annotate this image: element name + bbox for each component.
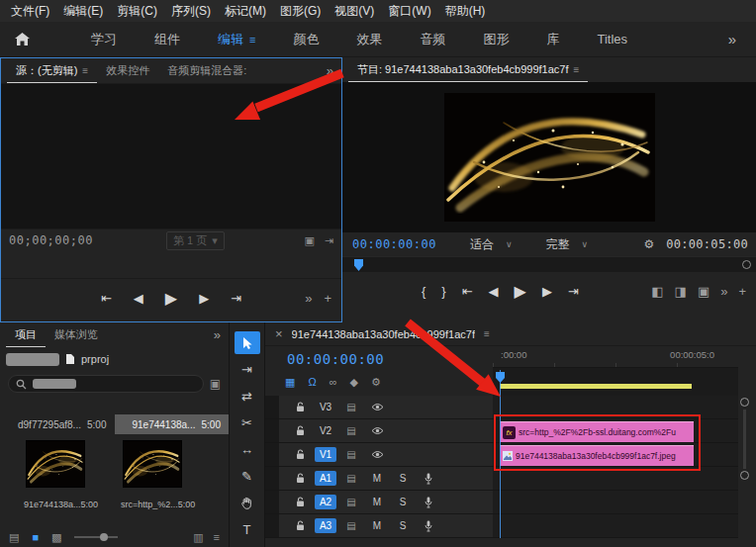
export-frame-icon[interactable]: ▣ <box>304 234 314 247</box>
timeline-clip-v2[interactable]: fx src=http_%2F%2Fb-ssl.duitang.com%2Fu <box>500 421 694 442</box>
goto-next-icon[interactable]: ⇥ <box>325 234 333 247</box>
sync-lock-icon[interactable]: ▤ <box>338 425 364 436</box>
new-bin-icon[interactable]: ▥ <box>193 531 203 544</box>
lock-icon[interactable] <box>287 402 313 412</box>
scroll-handle[interactable] <box>740 398 749 407</box>
transport-overflow-icon[interactable]: » <box>305 291 312 306</box>
menu-markers[interactable]: 标记(M) <box>218 3 273 20</box>
play-button[interactable]: ▶ <box>515 282 526 301</box>
menu-file[interactable]: 文件(F) <box>4 3 56 20</box>
track-name[interactable]: A2 <box>315 495 336 509</box>
scroll-handle[interactable] <box>740 471 749 480</box>
ripple-edit-tool[interactable]: ⇄ <box>235 385 260 408</box>
track-lane[interactable] <box>493 396 738 418</box>
lock-icon[interactable] <box>287 520 313 531</box>
lock-icon[interactable] <box>287 425 313 436</box>
pen-tool[interactable]: ✎ <box>235 465 260 488</box>
tab-source[interactable]: 源：(无剪辑) ≡ <box>7 58 97 83</box>
tab-effect-controls[interactable]: 效果控件 <box>97 58 158 83</box>
snap-icon[interactable]: Ω <box>308 376 316 389</box>
solo-button[interactable]: S <box>390 520 416 531</box>
track-lane[interactable] <box>493 467 738 490</box>
panel-menu-icon[interactable]: ≡ <box>484 328 490 339</box>
workspace-tab-assembly[interactable]: 组件 <box>154 31 180 48</box>
eye-icon[interactable] <box>364 403 390 411</box>
microphone-icon[interactable] <box>416 497 441 508</box>
thumbnail-zoom-slider[interactable] <box>74 536 118 538</box>
project-item[interactable]: src=http_%2... 5:00 <box>121 440 192 509</box>
sync-lock-icon[interactable]: ▤ <box>338 449 364 460</box>
timeline-clip-v1[interactable]: 91e744138aba13a30feb4cb999f1ac7f.jpeg <box>500 445 694 466</box>
vertical-scrollbar[interactable] <box>743 410 746 469</box>
home-icon[interactable] <box>14 32 31 46</box>
slider-knob[interactable] <box>100 533 108 541</box>
step-forward-button[interactable]: ▶ <box>199 291 209 306</box>
selection-tool[interactable] <box>235 331 260 354</box>
workspace-tab-libraries[interactable]: 库 <box>546 31 559 48</box>
close-icon[interactable]: × <box>275 326 283 341</box>
sync-lock-icon[interactable]: ▤ <box>338 497 364 507</box>
lock-icon[interactable] <box>287 497 313 507</box>
workspace-tab-effects[interactable]: 效果 <box>356 31 382 48</box>
step-forward-button[interactable]: ▶ <box>542 284 552 299</box>
workspace-tab-learning[interactable]: 学习 <box>91 31 117 48</box>
workspace-tab-titles[interactable]: Titles <box>597 32 627 46</box>
nest-icon[interactable]: ▦ <box>285 376 295 389</box>
track-name[interactable]: V2 <box>313 425 338 436</box>
workspace-tab-audio[interactable]: 音频 <box>420 31 445 48</box>
hand-tool[interactable] <box>235 492 260 514</box>
project-item[interactable]: d9f77295af8... 5:00 <box>0 414 115 434</box>
page-selector[interactable]: 第 1 页 ▾ <box>166 231 225 250</box>
track-select-forward-tool[interactable]: ⇥ <box>235 358 260 381</box>
new-bin-icon[interactable]: ▣ <box>210 377 221 391</box>
list-view-icon[interactable]: ▤ <box>9 531 19 544</box>
tab-media-browser[interactable]: 媒体浏览 <box>46 322 107 347</box>
program-seekbar[interactable] <box>342 256 756 272</box>
freeform-view-icon[interactable]: ▩ <box>51 531 61 544</box>
mark-in-button[interactable]: { <box>422 284 425 299</box>
project-item[interactable]: 91e744138a... 5:00 <box>24 440 95 509</box>
eye-icon[interactable] <box>364 426 390 435</box>
sequence-tab[interactable]: 91e744138aba13a30feb4cb999f1ac7f <box>292 328 475 340</box>
mute-button[interactable]: M <box>364 497 390 507</box>
source-seekbar[interactable] <box>1 251 341 279</box>
play-button[interactable]: ▶ <box>165 289 177 308</box>
settings-wrench-icon[interactable]: ⚙ <box>643 237 654 251</box>
go-to-out-button[interactable]: ⇥ <box>231 291 241 306</box>
playhead-marker[interactable] <box>354 259 363 271</box>
add-button[interactable]: + <box>738 284 746 299</box>
zoom-handle[interactable] <box>742 260 751 269</box>
sync-lock-icon[interactable]: ▤ <box>338 520 364 531</box>
fit-select[interactable]: 适合 ∨ <box>470 236 513 253</box>
workspace-tab-color[interactable]: 颜色 <box>293 31 319 48</box>
lift-button[interactable]: ◧ <box>651 284 663 299</box>
mute-button[interactable]: M <box>364 520 390 531</box>
panel-menu-icon[interactable]: ≡ <box>214 531 220 544</box>
menu-sequence[interactable]: 序列(S) <box>164 3 218 20</box>
track-lane[interactable] <box>493 491 738 513</box>
track-name[interactable]: A3 <box>315 518 336 533</box>
project-tabs-overflow-icon[interactable]: » <box>214 327 221 342</box>
microphone-icon[interactable] <box>416 473 441 485</box>
icon-view-icon[interactable]: ■ <box>32 531 39 543</box>
mute-button[interactable]: M <box>364 473 390 484</box>
solo-button[interactable]: S <box>390 497 416 507</box>
extract-button[interactable]: ◨ <box>675 284 687 299</box>
go-to-out-button[interactable]: ⇥ <box>568 284 579 299</box>
work-area-bar[interactable] <box>500 384 692 389</box>
workspace-tab-menu-icon[interactable]: ≡ <box>249 34 255 46</box>
source-tabs-overflow-icon[interactable]: » <box>327 63 333 78</box>
export-frame-button[interactable]: ▣ <box>698 284 709 299</box>
timeline-settings-icon[interactable]: ⚙ <box>371 376 381 389</box>
linked-selection-icon[interactable]: ∞ <box>330 376 337 389</box>
step-back-button[interactable]: ◀ <box>489 284 499 299</box>
solo-button[interactable]: S <box>390 473 416 484</box>
eye-icon[interactable] <box>364 450 390 459</box>
type-tool[interactable]: T <box>235 518 260 541</box>
menu-clip[interactable]: 剪辑(C) <box>110 3 164 20</box>
track-name[interactable]: A1 <box>315 471 336 486</box>
sync-lock-icon[interactable]: ▤ <box>338 402 364 412</box>
track-name[interactable]: V3 <box>313 402 338 412</box>
playhead-line[interactable] <box>500 370 501 538</box>
microphone-icon[interactable] <box>416 520 441 532</box>
